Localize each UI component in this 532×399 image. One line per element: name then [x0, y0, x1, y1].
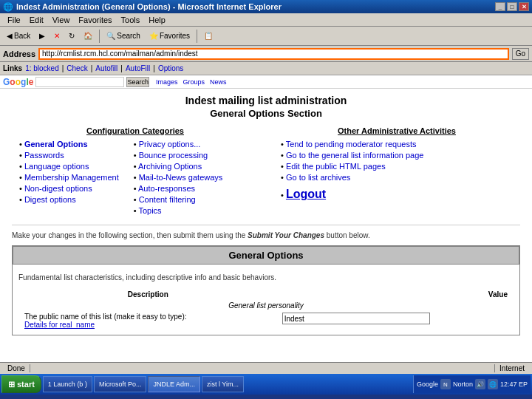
- norton-label: Norton: [453, 381, 473, 388]
- config-item-mail-news[interactable]: Mail-to-News gateways: [134, 173, 223, 182]
- nondigest-link[interactable]: Non-digest options: [24, 184, 92, 193]
- archives-link[interactable]: Go to list archives: [286, 173, 350, 182]
- real-name-input[interactable]: [282, 313, 430, 324]
- close-btn[interactable]: ✕: [519, 2, 529, 11]
- toolbar: ◀ Back ▶ ✕ ↻ 🏠 🔍 Search ⭐ Favorites 📋: [0, 27, 532, 46]
- logout-link[interactable]: Logout: [286, 188, 326, 200]
- google-search-btn[interactable]: Search: [126, 77, 149, 87]
- config-item-general[interactable]: General Options: [19, 140, 119, 149]
- html-link[interactable]: Edit the public HTML pages: [286, 162, 386, 171]
- google-search-input[interactable]: [35, 77, 124, 87]
- section-body: Fundamental list characteristics, includ…: [13, 270, 519, 335]
- window-icon: 🌐: [3, 2, 13, 12]
- content-link[interactable]: Content filtering: [139, 195, 196, 204]
- details-link[interactable]: Details for real_name: [24, 321, 95, 329]
- links-options[interactable]: Options: [158, 64, 183, 72]
- passwords-link[interactable]: Passwords: [24, 151, 64, 160]
- general-options-link[interactable]: General Options: [24, 140, 88, 149]
- taskbar-app-1[interactable]: 1 Launch (b ): [43, 376, 92, 392]
- menu-favorites[interactable]: Favorites: [74, 16, 116, 24]
- activity-pending[interactable]: Tend to pending moderator requests: [281, 140, 520, 149]
- start-button[interactable]: ⊞ start: [1, 375, 41, 393]
- config-item-autoresponse[interactable]: Auto-responses: [134, 184, 223, 193]
- field-prompt: The public name of this list (make it ea…: [24, 313, 272, 321]
- taskbar-app-3[interactable]: JNDLE Adm...: [148, 376, 200, 392]
- search-icon: 🔍: [106, 32, 115, 40]
- info-link[interactable]: Go to the general list information page: [286, 151, 424, 160]
- config-item-privacy[interactable]: Privacy options...: [134, 140, 223, 149]
- menu-help[interactable]: Help: [144, 16, 170, 24]
- page-title: Indest mailing list administration: [12, 95, 520, 106]
- status-done: Done: [3, 364, 30, 372]
- config-list-2: Privacy options... Bounce processing Arc…: [126, 140, 223, 217]
- minimize-btn[interactable]: _: [495, 2, 505, 11]
- search-button[interactable]: 🔍 Search: [103, 28, 144, 44]
- menu-file[interactable]: File: [3, 16, 25, 24]
- star-icon: ⭐: [149, 32, 158, 40]
- forward-button[interactable]: ▶: [35, 28, 49, 44]
- activity-html[interactable]: Edit the public HTML pages: [281, 162, 520, 171]
- config-item-bounce[interactable]: Bounce processing: [134, 151, 223, 160]
- config-item-digest[interactable]: Digest options: [19, 195, 119, 204]
- links-check[interactable]: Check: [66, 64, 87, 72]
- pending-link[interactable]: Tend to pending moderator requests: [286, 140, 417, 149]
- stop-button[interactable]: ✕: [50, 28, 64, 44]
- bounce-link[interactable]: Bounce processing: [139, 151, 208, 160]
- options-table: Description Value General list personali…: [18, 287, 514, 332]
- activity-info[interactable]: Go to the general list information page: [281, 151, 520, 160]
- col-value-header: Value: [278, 289, 512, 300]
- menu-edit[interactable]: Edit: [25, 16, 48, 24]
- google-news[interactable]: News: [210, 78, 227, 86]
- address-input[interactable]: [38, 48, 509, 60]
- field-prompt-cell: The public name of this list (make it ea…: [20, 311, 276, 330]
- activity-archives[interactable]: Go to list archives: [281, 173, 520, 182]
- favorites-button[interactable]: ⭐ Favorites: [146, 28, 194, 44]
- links-sep1: |: [62, 64, 64, 72]
- topics-link[interactable]: Topics: [138, 206, 161, 215]
- links-autofill2[interactable]: AutoFill: [126, 64, 150, 72]
- windows-icon: ⊞: [8, 380, 15, 389]
- config-two-col: Configuration Categories General Options…: [12, 126, 520, 217]
- links-autofill[interactable]: Autofill: [95, 64, 117, 72]
- back-button[interactable]: ◀ Back: [3, 28, 34, 44]
- divider-1: [12, 225, 520, 225]
- config-item-topics[interactable]: Topics: [134, 206, 223, 215]
- taskbar-app-2[interactable]: Microsoft Po...: [94, 376, 147, 392]
- links-bar: Links 1: blocked | Check | Autofill | Au…: [0, 62, 532, 75]
- config-item-passwords[interactable]: Passwords: [19, 151, 119, 160]
- address-label: Address: [3, 50, 35, 58]
- refresh-button[interactable]: ↻: [65, 28, 78, 44]
- home-button[interactable]: 🏠: [80, 28, 96, 44]
- maximize-btn[interactable]: □: [507, 2, 517, 11]
- mailnews-link[interactable]: Mail-to-News gateways: [139, 173, 223, 182]
- back-icon: ◀: [7, 32, 13, 40]
- autoresponse-link[interactable]: Auto-responses: [138, 184, 195, 193]
- form-row-label: General list personality: [20, 301, 512, 310]
- config-item-archiving[interactable]: Archiving Options: [134, 162, 223, 171]
- config-item-nondigest[interactable]: Non-digest options: [19, 184, 119, 193]
- menu-view[interactable]: View: [48, 16, 75, 24]
- privacy-link[interactable]: Privacy options...: [139, 140, 201, 149]
- links-label: Links: [3, 64, 22, 72]
- taskbar-app-4[interactable]: zist l Yim...: [202, 376, 244, 392]
- tray-icon-3: 🌐: [488, 379, 498, 389]
- refresh-icon: ↻: [69, 32, 75, 40]
- google-bar: Google Search Images Groups News: [0, 75, 532, 89]
- links-1blocked[interactable]: 1: blocked: [25, 64, 59, 72]
- status-format: Internet: [494, 364, 529, 372]
- config-list-1: General Options Passwords Language optio…: [12, 140, 119, 217]
- google-images[interactable]: Images: [156, 78, 178, 86]
- language-link[interactable]: Language options: [24, 162, 89, 171]
- config-item-membership[interactable]: Membership Management: [19, 173, 119, 182]
- menu-tools[interactable]: Tools: [117, 16, 145, 24]
- digest-link[interactable]: Digest options: [24, 195, 76, 204]
- config-item-language[interactable]: Language options: [19, 162, 119, 171]
- status-bar: Done Internet: [0, 362, 532, 374]
- google-groups[interactable]: Groups: [183, 78, 205, 86]
- field-personality-label: General list personality: [20, 301, 512, 310]
- history-button[interactable]: 📋: [200, 28, 216, 44]
- config-item-content[interactable]: Content filtering: [134, 195, 223, 204]
- go-button[interactable]: Go: [512, 48, 529, 60]
- membership-link[interactable]: Membership Management: [24, 173, 119, 182]
- archiving-link[interactable]: Archiving Options: [138, 162, 202, 171]
